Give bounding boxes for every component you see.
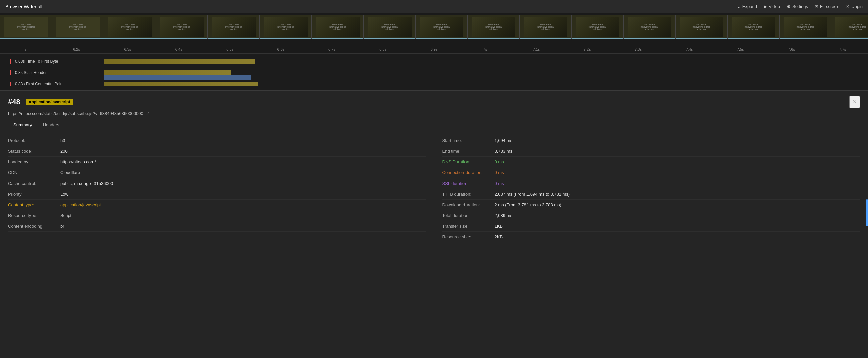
info-key-start-time: Start time: xyxy=(442,138,493,143)
info-val-total: 2,089 ms xyxy=(495,213,513,218)
expand-button[interactable]: ⌄ Expand xyxy=(737,4,757,9)
timeline: s 6.2s 6.3s 6.4s 6.5s 6.6s 6.7s 6.8s 6.9… xyxy=(0,45,868,54)
timeline-label: 6.9s xyxy=(408,47,460,51)
filmstrip-frame[interactable]: We createinnovative digitalsolutions xyxy=(52,15,104,39)
filmstrip-frame[interactable]: We createinnovative digitalsolutions xyxy=(831,15,868,39)
info-val-start-time: 1,694 ms xyxy=(495,138,513,143)
render-bar-blue xyxy=(104,75,251,80)
info-row-download: Download duration: 2 ms (From 3,781 ms t… xyxy=(442,200,860,210)
fit-icon: ⊡ xyxy=(815,4,818,9)
info-key-dns: DNS Duration: xyxy=(442,159,493,164)
filmstrip-frame[interactable]: We createinnovative digitalsolutions xyxy=(156,15,208,39)
info-row-cdn: CDN: Cloudflare xyxy=(8,167,426,178)
request-url: https://niteco.com/static/build/js/subsc… xyxy=(8,111,144,116)
url-row: https://niteco.com/static/build/js/subsc… xyxy=(0,108,868,119)
info-row-connection: Connection duration: 0 ms xyxy=(442,167,860,178)
settings-button[interactable]: ⚙ Settings xyxy=(786,4,808,9)
filmstrip-frame[interactable]: We createinnovative digitalsolutions xyxy=(520,15,571,39)
info-key-loaded-by: Loaded by: xyxy=(8,159,58,164)
filmstrip-frame[interactable]: We createinnovative digitalsolutions xyxy=(260,15,312,39)
info-row-protocol: Protocol: h3 xyxy=(8,135,426,146)
info-key-resource-type: Resource type: xyxy=(8,213,58,218)
right-column: Start time: 1,694 ms End time: 3,783 ms … xyxy=(434,131,868,358)
info-val-content-type: application/javascript xyxy=(60,202,101,207)
info-row-ssl: SSL duration: 0 ms xyxy=(442,178,860,189)
tab-summary[interactable]: Summary xyxy=(8,119,37,131)
info-val-transfer-size: 1KB xyxy=(495,224,503,229)
scroll-indicator xyxy=(866,199,868,226)
info-key-transfer-size: Transfer size: xyxy=(442,224,493,229)
filmstrip-frame[interactable]: We createinnovative digitalsolutions xyxy=(312,15,364,39)
timeline-label: 7.7s xyxy=(817,47,868,51)
info-row-total: Total duration: 2,089 ms xyxy=(442,210,860,221)
timeline-label: 7.5s xyxy=(715,47,766,51)
filmstrip-frame[interactable]: We createinnovative digitalsolutions xyxy=(779,15,831,39)
timeline-label: 6.4s xyxy=(153,47,204,51)
info-row-start-time: Start time: 1,694 ms xyxy=(442,135,860,146)
timeline-label: 6.3s xyxy=(102,47,153,51)
fit-screen-button[interactable]: ⊡ Fit screen xyxy=(815,4,839,9)
timeline-label: 6.5s xyxy=(204,47,255,51)
filmstrip-frame[interactable]: We createinnovative digitalsolutions xyxy=(623,15,675,39)
fcp-bar-container xyxy=(104,81,858,87)
close-button[interactable]: × xyxy=(849,96,860,108)
gear-icon: ⚙ xyxy=(786,4,790,9)
fcp-label: 0.83s First Contentful Paint xyxy=(10,82,104,87)
info-val-resource-size: 2KB xyxy=(495,234,503,239)
ttfb-label: 0.68s Time To First Byte xyxy=(10,59,104,64)
filmstrip-frame[interactable]: We createinnovative digitalsolutions xyxy=(727,15,779,39)
filmstrip-frame[interactable]: We createinnovative digitalsolutions xyxy=(467,15,520,39)
info-row-resource-size: Resource size: 2KB xyxy=(442,232,860,242)
tab-headers[interactable]: Headers xyxy=(37,119,65,131)
chevron-down-icon: ⌄ xyxy=(737,4,741,9)
timeline-label: 7.6s xyxy=(766,47,817,51)
render-bar-gold xyxy=(104,70,231,75)
info-key-priority: Priority: xyxy=(8,192,58,197)
timeline-label: 7.2s xyxy=(562,47,613,51)
unpin-button[interactable]: ✕ Unpin xyxy=(846,4,863,9)
panel-header: #48 application/javascript × xyxy=(0,91,868,108)
info-key-status: Status code: xyxy=(8,149,58,154)
filmstrip-frame[interactable]: We createinnovative digitalsolutions xyxy=(415,15,467,39)
timeline-label: 6.6s xyxy=(255,47,306,51)
ttfb-bar-container xyxy=(104,58,858,64)
external-link-icon[interactable]: ↗ xyxy=(146,111,150,116)
info-val-status: 200 xyxy=(60,149,68,154)
filmstrip-frames: We createinnovative digitalsolutions We … xyxy=(0,15,868,39)
info-val-loaded-by: https://niteco.com/ xyxy=(60,159,96,164)
info-val-dns: 0 ms xyxy=(495,159,504,164)
info-row-dns: DNS Duration: 0 ms xyxy=(442,157,860,167)
timeline-label: 7.4s xyxy=(664,47,715,51)
info-val-resource-type: Script xyxy=(60,213,71,218)
waterfall-row-render: 0.8s Start Render xyxy=(10,68,858,78)
video-button[interactable]: ▶ Video xyxy=(764,4,780,9)
filmstrip-frame[interactable]: We createinnovative digitalsolutions xyxy=(675,15,727,39)
info-val-encoding: br xyxy=(60,224,64,229)
info-val-ttfb: 2,087 ms (From 1,694 ms to 3,781 ms) xyxy=(495,192,570,197)
info-row-status: Status code: 200 xyxy=(8,146,426,157)
info-key-resource-size: Resource size: xyxy=(442,234,493,239)
info-row-end-time: End time: 3,783 ms xyxy=(442,146,860,157)
info-val-cache: public, max-age=31536000 xyxy=(60,181,113,186)
info-row-resource-type: Resource type: Script xyxy=(8,210,426,221)
info-key-end-time: End time: xyxy=(442,149,493,154)
filmstrip-frame[interactable]: We createinnovative digitalsolutions xyxy=(208,15,260,39)
info-key-content-type: Content type: xyxy=(8,202,58,207)
filmstrip-frame[interactable]: We createinnovative digitalsolutions xyxy=(0,15,52,39)
app-title: Browser Waterfall xyxy=(5,4,42,9)
info-val-ssl: 0 ms xyxy=(495,181,504,186)
info-row-content-type: Content type: application/javascript xyxy=(8,200,426,210)
info-row-cache: Cache control: public, max-age=31536000 xyxy=(8,178,426,189)
filmstrip-frame[interactable]: We createinnovative digitalsolutions xyxy=(104,15,156,39)
timeline-labels: s 6.2s 6.3s 6.4s 6.5s 6.6s 6.7s 6.8s 6.9… xyxy=(0,47,868,51)
filmstrip-frame[interactable]: We createinnovative digitalsolutions xyxy=(364,15,415,39)
render-bar-container xyxy=(104,70,858,76)
content-type-badge: application/javascript xyxy=(26,99,74,105)
main-panel: #48 application/javascript × https://nit… xyxy=(0,90,868,358)
info-key-encoding: Content encoding: xyxy=(8,224,58,229)
top-bar: Browser Waterfall ⌄ Expand ▶ Video ⚙ Set… xyxy=(0,0,868,13)
info-val-priority: Low xyxy=(60,192,68,197)
info-row-ttfb: TTFB duration: 2,087 ms (From 1,694 ms t… xyxy=(442,189,860,200)
filmstrip-frame[interactable]: We createinnovative digitalsolutions xyxy=(571,15,623,39)
info-val-protocol: h3 xyxy=(60,138,65,143)
